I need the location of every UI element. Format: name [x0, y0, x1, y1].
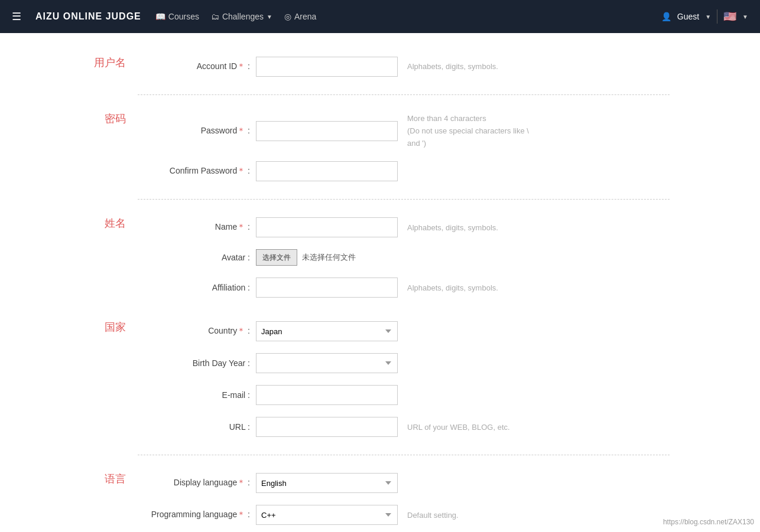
- birthday-row: Birth Day Year :: [138, 347, 670, 379]
- name-cn-label: 姓名: [90, 211, 138, 230]
- name-input[interactable]: [256, 217, 398, 237]
- flag-chevron-icon[interactable]: ▼: [742, 14, 748, 20]
- file-no-selected-label: 未选择任何文件: [302, 252, 356, 263]
- briefcase-icon: 🗂: [211, 12, 219, 21]
- confirm-password-row: Confirm Password＊ :: [138, 155, 670, 187]
- programming-language-row: Programming language＊ : C++ Java Python …: [138, 499, 670, 531]
- country-select[interactable]: Japan: [256, 321, 398, 341]
- nav-divider: [717, 9, 717, 24]
- username-section: 用户名 Account ID＊ : Alphabets, digits, sym…: [90, 45, 670, 89]
- affiliation-label: Affiliation :: [138, 283, 256, 292]
- nav-item-arena[interactable]: ◎ Arena: [284, 12, 316, 21]
- nav-item-courses[interactable]: 📖 Courses: [155, 12, 199, 21]
- user-chevron-icon[interactable]: ▼: [705, 14, 711, 20]
- language-cn-label: 语言: [90, 467, 138, 486]
- url-input[interactable]: [256, 417, 398, 437]
- name-label: Name＊ :: [138, 222, 256, 233]
- brand-title: AIZU ONLINE JUDGE: [35, 11, 141, 22]
- birthday-select[interactable]: [256, 353, 398, 373]
- nav-right: 👤 Guest ▼ 🇺🇸 ▼: [661, 9, 748, 24]
- country-cn-label: 国家: [90, 315, 138, 334]
- email-label: E-mail :: [138, 390, 256, 400]
- account-id-row: Account ID＊ : Alphabets, digits, symbols…: [138, 51, 670, 83]
- programming-language-select[interactable]: C++ Java Python C: [256, 505, 398, 525]
- name-hint: Alphabets, digits, symbols.: [407, 222, 498, 234]
- programming-hint: Default setting.: [407, 510, 459, 521]
- hamburger-icon[interactable]: ☰: [12, 10, 21, 23]
- display-language-label: Display language＊ :: [138, 478, 256, 488]
- password-section: 密码 Password＊ : More than 4 characters (D…: [90, 101, 670, 193]
- flag-icon: 🇺🇸: [723, 10, 736, 23]
- url-hint: URL of your WEB, BLOG, etc.: [407, 422, 510, 433]
- book-icon: 📖: [155, 12, 165, 21]
- name-row: Name＊ : Alphabets, digits, symbols.: [138, 211, 670, 243]
- confirm-password-label: Confirm Password＊ :: [138, 166, 256, 177]
- avatar-label: Avatar :: [138, 253, 256, 262]
- display-language-row: Display language＊ : English 日本語 中文: [138, 467, 670, 499]
- country-fields: Country＊ : Japan Birth Day Year : E-mail…: [138, 315, 670, 443]
- birthday-label: Birth Day Year :: [138, 358, 256, 368]
- language-section: 语言 Display language＊ : English 日本語 中文 Pr…: [90, 461, 670, 532]
- affiliation-hint: Alphabets, digits, symbols.: [407, 282, 498, 294]
- username-cn-label: 用户名: [90, 51, 138, 70]
- affiliation-row: Affiliation : Alphabets, digits, symbols…: [138, 272, 670, 303]
- navbar: ☰ AIZU ONLINE JUDGE 📖 Courses 🗂 Challeng…: [0, 0, 760, 33]
- country-row: Country＊ : Japan: [138, 315, 670, 347]
- footer-link: https://blog.csdn.net/ZAX130: [663, 518, 754, 526]
- nav-item-challenges[interactable]: 🗂 Challenges ▼: [211, 12, 272, 21]
- display-language-select[interactable]: English 日本語 中文: [256, 473, 398, 493]
- avatar-row: Avatar : 选择文件 未选择任何文件: [138, 243, 670, 272]
- name-section: 姓名 Name＊ : Alphabets, digits, symbols. A…: [90, 205, 670, 309]
- url-label: URL :: [138, 422, 256, 432]
- password-input[interactable]: [256, 121, 398, 141]
- url-row: URL : URL of your WEB, BLOG, etc.: [138, 411, 670, 443]
- file-choose-button[interactable]: 选择文件: [256, 249, 297, 266]
- password-hint: More than 4 characters (Do not use speci…: [407, 113, 529, 149]
- account-id-label: Account ID＊ :: [138, 61, 256, 72]
- account-id-hint: Alphabets, digits, symbols.: [407, 61, 498, 73]
- file-input-wrapper: 选择文件 未选择任何文件: [256, 249, 356, 266]
- password-label: Password＊ :: [138, 126, 256, 136]
- affiliation-input[interactable]: [256, 278, 398, 298]
- target-icon: ◎: [284, 12, 291, 21]
- user-icon: 👤: [661, 12, 671, 21]
- confirm-password-input[interactable]: [256, 161, 398, 181]
- password-row: Password＊ : More than 4 characters (Do n…: [138, 107, 670, 155]
- name-fields: Name＊ : Alphabets, digits, symbols. Avat…: [138, 211, 670, 303]
- country-section: 国家 Country＊ : Japan Birth Day Year :: [90, 309, 670, 449]
- nav-menu: 📖 Courses 🗂 Challenges ▼ ◎ Arena: [155, 12, 647, 21]
- account-id-input[interactable]: [256, 57, 398, 77]
- password-fields: Password＊ : More than 4 characters (Do n…: [138, 107, 670, 187]
- email-input[interactable]: [256, 385, 398, 405]
- country-label: Country＊ :: [138, 326, 256, 337]
- guest-label: Guest: [677, 12, 699, 21]
- email-row: E-mail :: [138, 379, 670, 411]
- username-fields: Account ID＊ : Alphabets, digits, symbols…: [138, 51, 670, 83]
- programming-language-label: Programming language＊ :: [138, 510, 256, 520]
- password-cn-label: 密码: [90, 107, 138, 126]
- main-form: 用户名 Account ID＊ : Alphabets, digits, sym…: [55, 33, 705, 532]
- chevron-down-icon: ▼: [267, 14, 272, 20]
- language-fields: Display language＊ : English 日本語 中文 Progr…: [138, 467, 670, 532]
